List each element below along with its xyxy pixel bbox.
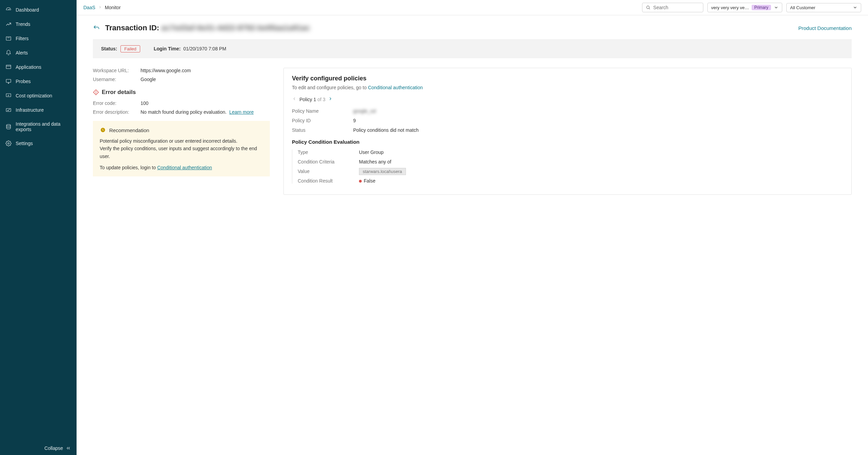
error-desc-label: Error description: <box>93 109 141 115</box>
eval-result-value: False <box>364 178 375 184</box>
sidebar-item-integrations[interactable]: Integrations and data exports <box>0 117 77 136</box>
primary-badge: Primary <box>752 5 771 10</box>
sidebar-item-probes[interactable]: Probes <box>0 74 77 89</box>
policies-title: Verify configured policies <box>292 75 843 82</box>
error-code-value: 100 <box>141 100 148 106</box>
sidebar: Dashboard Trends Filters Alerts Applicat… <box>0 0 77 455</box>
sidebar-item-dashboard[interactable]: Dashboard <box>0 3 77 17</box>
title-prefix: Transaction ID: <box>105 23 159 32</box>
sidebar-item-filters[interactable]: Filters <box>0 31 77 46</box>
sidebar-item-label: Settings <box>16 141 33 146</box>
breadcrumb-root[interactable]: DaaS <box>83 5 95 10</box>
status-bar: Status: Failed Login Time: 01/20/1970 7:… <box>93 39 852 58</box>
sidebar-item-trends[interactable]: Trends <box>0 17 77 31</box>
sidebar-item-label: Trends <box>16 21 30 27</box>
environment-dropdown[interactable]: very very very very ver.. Primary <box>707 3 782 12</box>
svg-point-10 <box>646 6 649 9</box>
error-details-title: Error details <box>93 89 270 96</box>
workspace-url-value: https://www.google.com <box>141 68 191 73</box>
recommendation-line2: Verify the policy conditions, user input… <box>100 145 263 160</box>
chevron-right-icon <box>98 5 102 10</box>
sidebar-item-settings[interactable]: Settings <box>0 136 77 151</box>
status-label: Status: <box>101 46 117 51</box>
svg-point-13 <box>96 93 96 94</box>
pager-current: 1 <box>313 97 316 102</box>
recommendation-update-prefix: To update policies, login to <box>100 165 157 170</box>
search-icon <box>646 5 651 10</box>
username-value: Google <box>141 77 156 82</box>
chevron-double-left-icon <box>66 445 71 451</box>
recommendation-box: Recommendation Potential policy misconfi… <box>93 121 270 176</box>
policy-name-label: Policy Name <box>292 108 353 114</box>
breadcrumb-current: Monitor <box>105 5 121 10</box>
chevron-down-icon <box>774 5 779 10</box>
infrastructure-icon <box>5 107 12 113</box>
status-badge: Failed <box>120 45 140 52</box>
sidebar-item-label: Filters <box>16 36 29 41</box>
dropdown-label: very very very very ver.. <box>711 5 750 10</box>
pager-next-button[interactable] <box>328 96 333 102</box>
sidebar-item-applications[interactable]: Applications <box>0 60 77 74</box>
sidebar-item-label: Probes <box>16 79 31 84</box>
sidebar-item-cost-optimization[interactable]: Cost optimization <box>0 89 77 103</box>
learn-more-link[interactable]: Learn more <box>229 109 254 115</box>
applications-icon <box>5 64 12 70</box>
sidebar-item-label: Applications <box>16 64 42 70</box>
sidebar-item-label: Integrations and data exports <box>16 121 71 132</box>
chevron-down-icon <box>853 5 857 10</box>
svg-line-11 <box>649 9 650 10</box>
pager-prev-button[interactable] <box>292 96 297 102</box>
gear-icon <box>5 140 12 146</box>
policy-id-value: 9 <box>353 118 356 123</box>
customer-dropdown[interactable]: All Customer <box>786 3 861 12</box>
breadcrumb: DaaS Monitor <box>83 5 638 10</box>
transaction-id-value: ac7ed3af-6e31-4d22-8792-be95aa1a91ac <box>161 23 310 32</box>
sidebar-collapse-button[interactable]: Collapse <box>0 441 77 455</box>
svg-rect-0 <box>6 37 11 41</box>
policies-sub-prefix: To edit and configure policies, go to <box>292 85 368 90</box>
sidebar-item-infrastructure[interactable]: Infrastructure <box>0 103 77 117</box>
policy-eval-title: Policy Condition Evaluation <box>292 139 843 145</box>
recommendation-line1: Potential policy misconfiguration or use… <box>100 137 263 145</box>
login-time-value: 01/20/1970 7:08 PM <box>183 46 226 51</box>
conditional-auth-link[interactable]: Conditional authentication <box>157 165 212 170</box>
svg-rect-4 <box>6 79 11 82</box>
error-code-label: Error code: <box>93 100 141 106</box>
product-documentation-link[interactable]: Product Documentation <box>798 25 852 31</box>
gauge-icon <box>5 7 12 13</box>
result-dot-icon <box>359 180 362 183</box>
cost-icon <box>5 93 12 99</box>
error-desc-value: No match found during policy evaluation. <box>141 109 227 115</box>
sidebar-item-label: Alerts <box>16 50 28 56</box>
search-field[interactable] <box>653 5 700 10</box>
database-icon <box>5 124 12 130</box>
filter-icon <box>5 35 12 42</box>
back-arrow-icon[interactable] <box>93 25 100 31</box>
sidebar-item-label: Cost optimization <box>16 93 52 98</box>
pager-prefix: Policy <box>299 97 313 102</box>
policy-id-label: Policy ID <box>292 118 353 123</box>
sidebar-item-alerts[interactable]: Alerts <box>0 46 77 60</box>
policy-status-label: Status <box>292 127 353 133</box>
pager-of: of <box>316 97 323 102</box>
policy-status-value: Policy conditions did not match <box>353 127 419 133</box>
error-icon <box>93 89 99 95</box>
eval-result-label: Condition Result <box>298 178 359 184</box>
bell-icon <box>5 50 12 56</box>
trends-icon <box>5 21 12 27</box>
recommendation-icon <box>100 127 106 133</box>
login-time-label: Login Time: <box>154 46 181 51</box>
probes-icon <box>5 78 12 84</box>
search-input[interactable] <box>642 3 703 12</box>
svg-point-8 <box>6 124 11 126</box>
eval-type-label: Type <box>298 150 359 155</box>
eval-criteria-label: Condition Criteria <box>298 159 359 164</box>
policies-panel: Verify configured policies To edit and c… <box>283 68 852 195</box>
recommendation-title: Recommendation <box>109 127 149 133</box>
eval-criteria-value: Matches any of <box>359 159 391 164</box>
conditional-auth-link[interactable]: Conditional authentication <box>368 85 423 90</box>
page-title: Transaction ID: ac7ed3af-6e31-4d22-8792-… <box>105 23 310 32</box>
eval-value-tag: starwars.local\usera <box>359 168 406 175</box>
policy-pager: Policy 1 of 3 <box>292 96 843 102</box>
topbar: DaaS Monitor very very very very ver.. P… <box>77 0 868 15</box>
